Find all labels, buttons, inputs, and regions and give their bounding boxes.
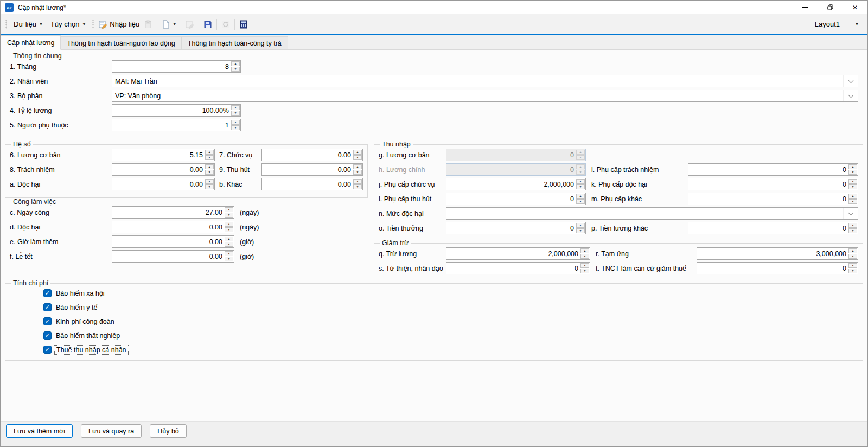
checkbox-bao-hiem-that-nghiep[interactable]: ✓ (43, 331, 52, 340)
spin-up-icon[interactable]: ▲ (225, 251, 233, 256)
luong-co-ban-he-so-input[interactable] (112, 149, 205, 161)
spin-down-icon[interactable]: ▼ (848, 184, 857, 189)
spin-down-icon[interactable]: ▼ (225, 242, 233, 247)
spin-down-icon[interactable]: ▼ (576, 228, 585, 233)
ty-le-luong-input[interactable] (112, 105, 231, 116)
dropdown-button[interactable] (843, 208, 858, 219)
nguoi-phu-thuoc-input[interactable] (112, 119, 231, 131)
spin-up-icon[interactable]: ▲ (225, 207, 233, 212)
spin-up-icon[interactable]: ▲ (848, 223, 857, 228)
spin-down-icon[interactable]: ▼ (576, 184, 585, 189)
trach-nhiem-input[interactable] (112, 164, 205, 175)
spin-up-icon[interactable]: ▲ (205, 150, 214, 155)
nhan-vien-input[interactable] (112, 75, 843, 87)
spin-up-icon[interactable]: ▲ (576, 194, 585, 199)
spin-down-icon[interactable]: ▼ (848, 228, 857, 233)
spin-down-icon[interactable]: ▼ (205, 170, 214, 175)
spin-down-icon[interactable]: ▼ (231, 125, 240, 130)
spin-down-icon[interactable]: ▼ (225, 227, 233, 232)
thu-hut-input[interactable] (262, 164, 353, 175)
pc-doc-hai-input[interactable] (688, 178, 848, 190)
close-button[interactable]: ✕ (843, 1, 867, 14)
dropdown-button[interactable] (843, 75, 858, 87)
spin-down-icon[interactable]: ▼ (353, 155, 362, 160)
spin-down-icon[interactable]: ▼ (580, 269, 589, 273)
spin-down-icon[interactable]: ▼ (848, 199, 857, 204)
tien-luong-khac-input[interactable] (688, 222, 848, 234)
checkbox-bao-hiem-xa-hoi[interactable]: ✓ (43, 289, 52, 297)
nhap-lieu-button[interactable]: Nhập liệu (97, 18, 142, 30)
dropdown-button[interactable] (843, 90, 858, 101)
spin-up-icon[interactable]: ▲ (848, 263, 857, 268)
spin-up-icon[interactable]: ▲ (848, 164, 857, 169)
spin-up-icon[interactable]: ▲ (231, 120, 240, 125)
save-and-exit-button[interactable]: Lưu và quay ra (81, 424, 142, 438)
spin-up-icon[interactable]: ▲ (231, 61, 240, 66)
minimize-button[interactable] (793, 1, 818, 14)
new-document-button[interactable]: ▼ (159, 18, 178, 30)
spin-down-icon[interactable]: ▼ (205, 184, 214, 189)
checkbox-bao-hiem-y-te[interactable]: ✓ (43, 303, 52, 311)
layout-selector[interactable]: Layout1 ▼ (810, 18, 863, 30)
chuc-vu-input[interactable] (262, 149, 353, 161)
spin-down-icon[interactable]: ▼ (576, 199, 585, 204)
save-button[interactable] (201, 18, 214, 30)
spin-down-icon[interactable]: ▼ (225, 213, 233, 218)
spin-down-icon[interactable]: ▼ (848, 254, 857, 259)
spin-up-icon[interactable]: ▲ (205, 179, 214, 184)
checkbox-kinh-phi-cong-doan[interactable]: ✓ (43, 317, 52, 325)
spin-up-icon[interactable]: ▲ (353, 179, 362, 184)
spin-down-icon[interactable]: ▼ (231, 111, 240, 116)
spin-down-icon[interactable]: ▼ (353, 184, 362, 189)
spin-up-icon[interactable]: ▲ (848, 179, 857, 184)
doc-hai-he-so-input[interactable] (112, 178, 205, 190)
spin-up-icon[interactable]: ▲ (580, 263, 589, 268)
cancel-button[interactable]: Hủy bỏ (150, 424, 187, 438)
bo-phan-input[interactable] (112, 90, 843, 101)
spin-down-icon[interactable]: ▼ (848, 269, 857, 273)
spin-down-icon[interactable]: ▼ (353, 170, 362, 175)
spin-up-icon[interactable]: ▲ (353, 164, 362, 169)
tab-hach-toan-cong-ty-tra[interactable]: Thông tin hạch toán-công ty trả (181, 36, 288, 49)
ngay-cong-input[interactable] (112, 207, 224, 218)
spin-up-icon[interactable]: ▲ (353, 150, 362, 155)
menu-du-lieu[interactable]: Dữ liệu▼ (10, 18, 47, 30)
muc-doc-hai-input[interactable] (446, 208, 843, 219)
le-tet-unit: (giờ) (240, 250, 254, 263)
le-tet-input[interactable] (112, 251, 224, 262)
spin-down-icon[interactable]: ▼ (205, 155, 214, 160)
restore-button[interactable] (818, 1, 843, 14)
spin-down-icon[interactable]: ▼ (580, 254, 589, 259)
thang-input[interactable] (112, 61, 231, 72)
pc-khac-input[interactable] (688, 193, 848, 205)
checkbox-thue-thu-nhap-ca-nhan[interactable]: ✓ (43, 346, 52, 354)
tab-hach-toan-nguoi-lao-dong[interactable]: Thông tin hạch toán-người lao động (60, 36, 181, 49)
khac-input[interactable] (262, 178, 353, 190)
doc-hai-cong-input[interactable] (112, 221, 224, 233)
spin-down-icon[interactable]: ▼ (231, 67, 240, 72)
menu-tuy-chon[interactable]: Tùy chọn▼ (47, 18, 90, 30)
spin-up-icon[interactable]: ▲ (848, 194, 857, 199)
spin-up-icon[interactable]: ▲ (576, 223, 585, 228)
spin-up-icon[interactable]: ▲ (225, 237, 233, 241)
tam-ung-input[interactable] (697, 248, 848, 259)
spin-up-icon[interactable]: ▲ (205, 164, 214, 169)
spin-down-icon[interactable]: ▼ (848, 170, 857, 175)
tab-cap-nhat-luong[interactable]: Cập nhật lương (1, 35, 61, 50)
pc-trach-nhiem-input[interactable] (688, 164, 848, 175)
spin-down-icon[interactable]: ▼ (225, 257, 233, 261)
spin-up-icon[interactable]: ▲ (576, 179, 585, 184)
tu-thien-input[interactable] (446, 263, 580, 274)
spin-up-icon[interactable]: ▲ (580, 248, 589, 253)
tien-thuong-input[interactable] (446, 222, 576, 234)
pc-thu-hut-input[interactable] (446, 193, 576, 205)
calculator-button[interactable] (237, 18, 250, 30)
spin-up-icon[interactable]: ▲ (231, 105, 240, 110)
spin-up-icon[interactable]: ▲ (225, 222, 233, 227)
tnct-input[interactable] (697, 263, 848, 274)
save-and-new-button[interactable]: Lưu và thêm mới (6, 424, 73, 438)
pc-chuc-vu-input[interactable] (446, 178, 576, 190)
tru-luong-input[interactable] (446, 248, 580, 259)
spin-up-icon[interactable]: ▲ (848, 248, 857, 253)
gio-lam-them-input[interactable] (112, 236, 224, 247)
